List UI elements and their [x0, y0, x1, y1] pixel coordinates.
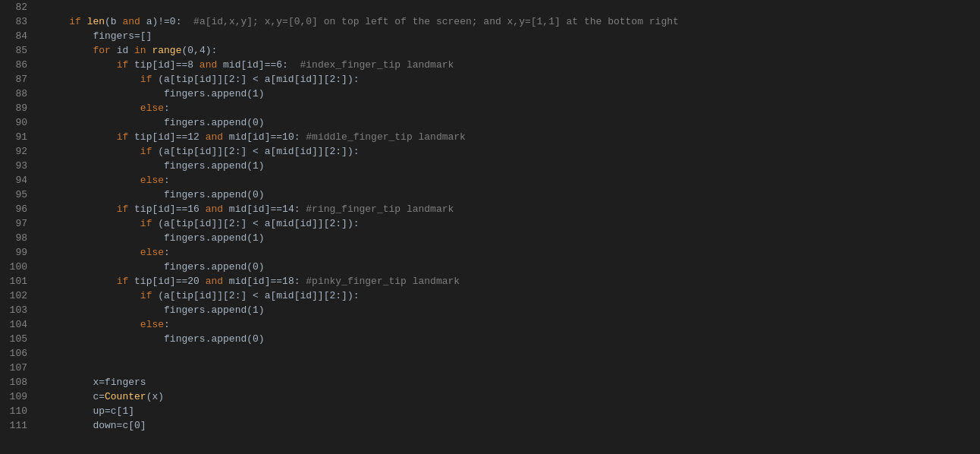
line-num-95: 95: [6, 188, 27, 202]
code-line-110: up=c[1]: [46, 404, 980, 418]
line-num-104: 104: [6, 317, 27, 332]
line-num-94: 94: [6, 173, 27, 188]
line-num-105: 105: [6, 332, 27, 346]
code-editor: 82 83 84 85 86 87 88 89 90 91 92 93 94 9…: [0, 0, 980, 454]
code-line-106: [46, 346, 980, 361]
line-num-84: 84: [6, 29, 27, 43]
code-line-103: fingers.append(1): [46, 303, 980, 317]
code-line-88: fingers.append(1): [46, 87, 980, 101]
code-line-102: if (a[tip[id]][2:] < a[mid[id]][2:]):: [46, 288, 980, 303]
line-num-108: 108: [6, 375, 27, 389]
line-num-106: 106: [6, 346, 27, 361]
line-num-85: 85: [6, 43, 27, 58]
line-num-88: 88: [6, 87, 27, 101]
line-num-111: 111: [6, 418, 27, 433]
line-num-101: 101: [6, 274, 27, 288]
code-line-104: else:: [46, 317, 980, 332]
code-line-101: if tip[id]==20 and mid[id]==18: #pinky_f…: [46, 274, 980, 288]
code-line-91: if tip[id]==12 and mid[id]==10: #middle_…: [46, 130, 980, 144]
code-line-93: fingers.append(1): [46, 159, 980, 173]
line-num-107: 107: [6, 361, 27, 375]
line-num-92: 92: [6, 144, 27, 159]
line-num-82: 82: [6, 0, 27, 14]
line-num-109: 109: [6, 389, 27, 404]
line-num-103: 103: [6, 303, 27, 317]
code-line-108: x=fingers: [46, 375, 980, 389]
code-line-99: else:: [46, 245, 980, 260]
code-line-111: down=c[0]: [46, 418, 980, 433]
code-line-86: if tip[id]==8 and mid[id]==6: #index_fin…: [46, 58, 980, 72]
code-line-95: fingers.append(0): [46, 188, 980, 202]
code-line-85: for id in range(0,4):: [46, 43, 980, 58]
code-line-94: else:: [46, 173, 980, 188]
line-num-90: 90: [6, 115, 27, 130]
line-num-100: 100: [6, 260, 27, 274]
code-area[interactable]: if len(b and a)!=0: #a[id,x,y]; x,y=[0,0…: [36, 0, 980, 454]
line-num-102: 102: [6, 288, 27, 303]
code-line-97: if (a[tip[id]][2:] < a[mid[id]][2:]):: [46, 216, 980, 231]
line-num-110: 110: [6, 404, 27, 418]
code-line-84: fingers=[]: [46, 29, 980, 43]
line-numbers: 82 83 84 85 86 87 88 89 90 91 92 93 94 9…: [0, 0, 36, 454]
code-line-107: [46, 361, 980, 375]
code-line-109: c=Counter(x): [46, 389, 980, 404]
line-num-91: 91: [6, 130, 27, 144]
code-line-87: if (a[tip[id]][2:] < a[mid[id]][2:]):: [46, 72, 980, 87]
code-line-89: else:: [46, 101, 980, 115]
code-line-100: fingers.append(0): [46, 260, 980, 274]
line-num-87: 87: [6, 72, 27, 87]
line-num-99: 99: [6, 245, 27, 260]
line-num-93: 93: [6, 159, 27, 173]
line-num-86: 86: [6, 58, 27, 72]
line-num-96: 96: [6, 202, 27, 216]
code-line-98: fingers.append(1): [46, 231, 980, 245]
code-line-82: [46, 0, 980, 14]
line-num-89: 89: [6, 101, 27, 115]
line-num-83: 83: [6, 14, 27, 29]
line-num-97: 97: [6, 216, 27, 231]
code-line-83: if len(b and a)!=0: #a[id,x,y]; x,y=[0,0…: [46, 14, 980, 29]
code-line-105: fingers.append(0): [46, 332, 980, 346]
code-line-96: if tip[id]==16 and mid[id]==14: #ring_fi…: [46, 202, 980, 216]
code-line-92: if (a[tip[id]][2:] < a[mid[id]][2:]):: [46, 144, 980, 159]
line-num-98: 98: [6, 231, 27, 245]
code-line-90: fingers.append(0): [46, 115, 980, 130]
